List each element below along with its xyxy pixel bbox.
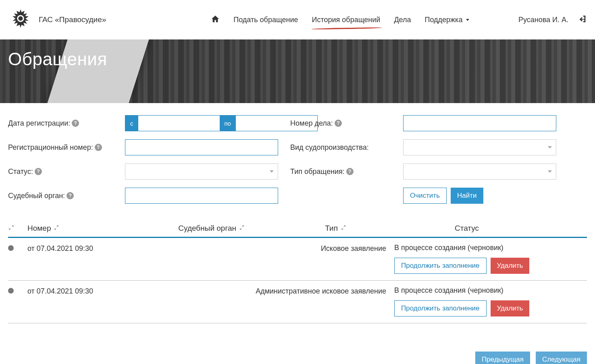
- continue-button[interactable]: Продолжить заполнение: [394, 300, 487, 316]
- continue-button[interactable]: Продолжить заполнение: [394, 258, 487, 274]
- cell-date: от 07.04.2021 09:30: [27, 244, 136, 253]
- nav-home[interactable]: [211, 14, 220, 25]
- sort-icon[interactable]: [340, 224, 347, 233]
- results-table: Номер Судебный орган Тип Статус от 07.04…: [0, 216, 595, 335]
- svg-point-1: [18, 16, 23, 21]
- appeal-type-select[interactable]: [403, 163, 556, 180]
- user-name[interactable]: Русанова И. А.: [518, 16, 568, 24]
- help-icon[interactable]: ?: [35, 168, 42, 175]
- brand-title: ГАС «Правосудие»: [39, 15, 106, 24]
- reg-number-input[interactable]: [125, 139, 278, 155]
- nav-cases[interactable]: Дела: [394, 16, 411, 24]
- next-page-button[interactable]: Следующая: [536, 352, 587, 364]
- user-area: Русанова И. А.: [518, 14, 587, 25]
- main-nav: Подать обращение История обращений Дела …: [211, 14, 469, 25]
- cell-status: В процессе создания (черновик): [394, 286, 587, 295]
- help-icon[interactable]: ?: [67, 192, 74, 199]
- sort-icon[interactable]: [239, 224, 245, 233]
- date-range-group: с по: [125, 115, 318, 131]
- status-select[interactable]: [125, 163, 278, 180]
- filter-label-date: Дата регистрации:: [8, 119, 70, 128]
- filter-label-proc-type: Вид судопроизводства:: [290, 143, 369, 152]
- brand-block: ГАС «Правосудие»: [8, 7, 106, 32]
- filter-label-case-number: Номер дела:: [290, 119, 333, 128]
- date-from-input[interactable]: [138, 116, 220, 131]
- date-from-tag: с: [125, 116, 138, 131]
- page-hero: Обращения: [0, 39, 595, 103]
- nav-history[interactable]: История обращений: [312, 16, 381, 24]
- table-header: Номер Судебный орган Тип Статус: [8, 220, 587, 238]
- logout-button[interactable]: [578, 14, 587, 25]
- filter-label-court: Судебный орган:: [8, 192, 65, 200]
- nav-support[interactable]: Поддержка: [425, 16, 470, 24]
- logout-icon: [578, 14, 587, 23]
- help-icon[interactable]: ?: [95, 144, 102, 151]
- app-header: ГАС «Правосудие» Подать обращение Истори…: [0, 0, 595, 39]
- delete-button[interactable]: Удалить: [491, 258, 530, 274]
- th-type: Тип: [325, 224, 338, 233]
- page-title: Обращения: [0, 39, 595, 69]
- sort-icon[interactable]: [8, 224, 15, 233]
- help-icon[interactable]: ?: [72, 120, 79, 127]
- th-number: Номер: [27, 224, 51, 233]
- pagination: Предыдущая Следующая: [0, 335, 595, 364]
- chevron-down-icon: [548, 170, 552, 173]
- nav-support-label: Поддержка: [425, 16, 463, 24]
- delete-button[interactable]: Удалить: [491, 300, 530, 316]
- filter-label-appeal-type: Тип обращения:: [290, 168, 345, 176]
- prev-page-button[interactable]: Предыдущая: [475, 352, 530, 364]
- th-status: Статус: [455, 224, 479, 232]
- chevron-down-icon: [548, 146, 552, 149]
- home-icon: [211, 14, 220, 23]
- cell-date: от 07.04.2021 09:30: [27, 286, 136, 296]
- filter-label-reg-number: Регистрационный номер:: [8, 143, 93, 152]
- date-to-tag: по: [220, 116, 236, 131]
- chevron-down-icon: [270, 170, 274, 173]
- coat-of-arms-icon: [8, 7, 33, 32]
- help-icon[interactable]: ?: [335, 120, 342, 127]
- cell-type: Административное исковое заявление: [241, 286, 394, 296]
- court-input[interactable]: [125, 188, 278, 204]
- cell-status: В процессе создания (черновик): [394, 244, 587, 252]
- case-number-input[interactable]: [403, 115, 556, 131]
- status-dot-icon: [8, 245, 14, 251]
- th-court: Судебный орган: [178, 224, 236, 233]
- filter-label-status: Статус:: [8, 168, 33, 176]
- nav-submit[interactable]: Подать обращение: [233, 16, 298, 24]
- find-button[interactable]: Найти: [451, 188, 483, 204]
- sort-icon[interactable]: [53, 224, 60, 233]
- table-row: от 07.04.2021 09:30 Административное иск…: [8, 281, 587, 323]
- help-icon[interactable]: ?: [346, 168, 354, 175]
- chevron-down-icon: [466, 19, 469, 21]
- clear-button[interactable]: Очистить: [403, 188, 447, 204]
- status-dot-icon: [8, 288, 14, 294]
- filter-form: Дата регистрации: ? с по Номер дела: ? Р…: [0, 103, 595, 216]
- table-row: от 07.04.2021 09:30 Исковое заявление В …: [8, 238, 587, 281]
- proc-type-select[interactable]: [403, 139, 556, 155]
- cell-type: Исковое заявление: [241, 244, 394, 253]
